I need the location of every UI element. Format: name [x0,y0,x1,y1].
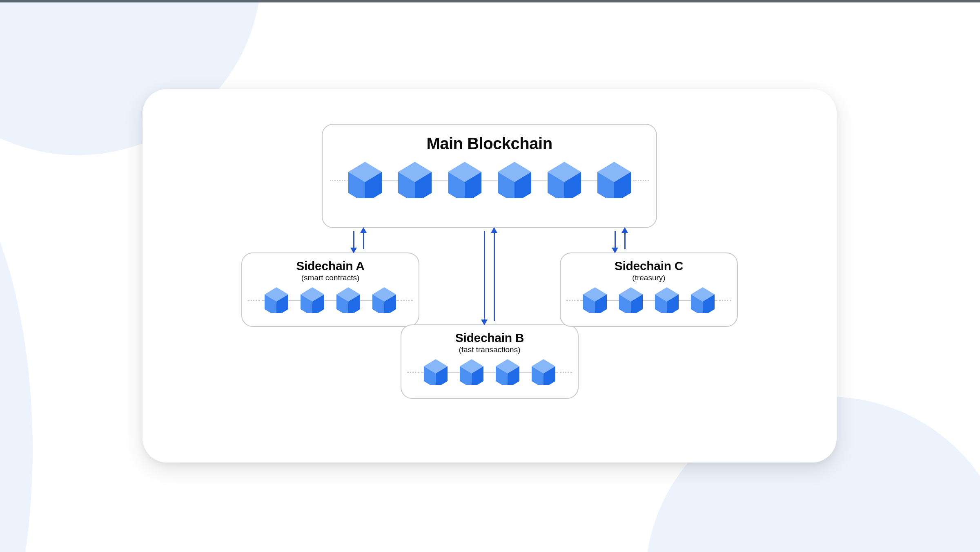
block-cube-icon [496,359,519,385]
block-cube-icon [655,287,679,313]
block-cube-icon [265,287,288,313]
sidechain-a-subtitle: (smart contracts) [242,273,419,282]
block-cube-icon [597,162,631,198]
main-chain-dotted-left [330,180,345,181]
main-chain-dotted-right [633,180,649,181]
sidechain-b-subtitle: (fast transactions) [401,345,578,354]
main-blockchain-chain [323,162,656,198]
block-cube-icon [348,162,382,198]
sidechain-a-cubes [265,287,396,313]
page-top-border [0,0,980,2]
sidechain-b-chain [401,359,578,385]
block-cube-icon [336,287,360,313]
sidechain-b-cubes [424,359,555,385]
diagram-card: Main Blockchain Sidech [143,89,837,463]
block-cube-icon [448,162,481,198]
main-chain-cubes [348,162,631,198]
sidechain-a-dotted-right [401,300,413,301]
block-cube-icon [532,359,555,385]
main-blockchain-panel: Main Blockchain [322,124,657,228]
connector-main-sidechain-c [612,228,628,253]
sidechain-a-dotted-left [248,300,260,301]
sidechain-b-dotted-right [560,372,572,373]
sidechain-c-title: Sidechain C [561,259,737,273]
sidechain-a-panel: Sidechain A (smart contracts) [241,253,419,327]
block-cube-icon [583,287,607,313]
block-cube-icon [691,287,715,313]
block-cube-icon [548,162,581,198]
sidechain-c-subtitle: (treasury) [561,273,737,282]
main-blockchain-title: Main Blockchain [323,134,656,153]
block-cube-icon [619,287,643,313]
sidechain-b-dotted-left [407,372,419,373]
block-cube-icon [398,162,432,198]
connector-main-sidechain-b [481,228,498,324]
sidechain-c-dotted-right [719,300,731,301]
sidechain-b-panel: Sidechain B (fast transactions) [401,324,579,399]
sidechain-c-cubes [583,287,715,313]
block-cube-icon [460,359,483,385]
connector-main-sidechain-a [351,228,367,253]
sidechain-a-chain [242,287,419,313]
sidechain-b-title: Sidechain B [401,331,578,344]
block-cube-icon [424,359,448,385]
sidechain-c-panel: Sidechain C (treasury) [560,253,738,327]
sidechain-c-chain [561,287,737,313]
sidechain-a-title: Sidechain A [242,259,419,273]
bg-blob-left [0,123,33,552]
block-cube-icon [301,287,324,313]
sidechain-c-dotted-left [566,300,579,301]
block-cube-icon [372,287,396,313]
block-cube-icon [498,162,531,198]
